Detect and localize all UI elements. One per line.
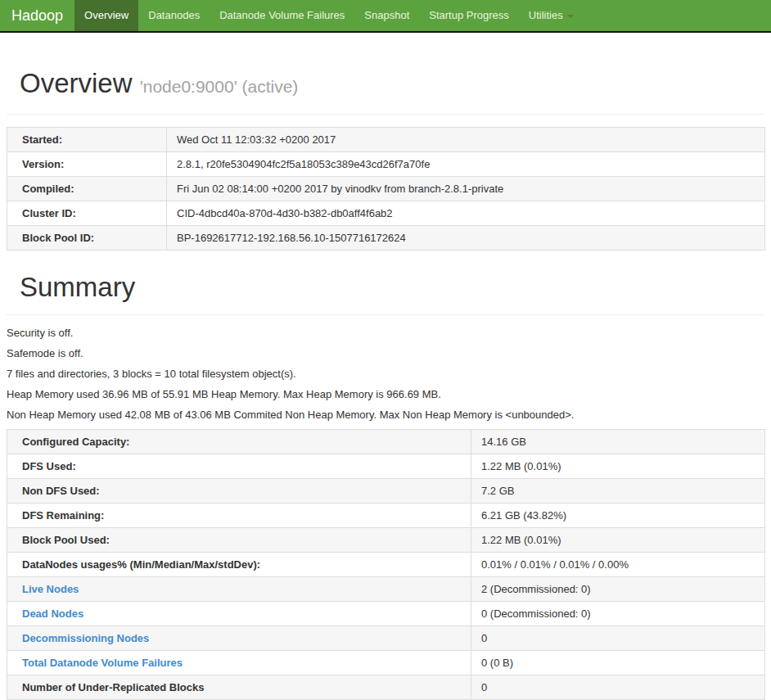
row-value: 0 (Decommissioned: 0) xyxy=(471,602,765,626)
summary-line: Non Heap Memory used 42.08 MB of 43.06 M… xyxy=(7,409,764,421)
summary-line: Security is off. xyxy=(7,327,764,339)
main-content: Overview 'node0:9000' (active) Started:W… xyxy=(7,70,764,700)
table-row: Total Datanode Volume Failures0 (0 B) xyxy=(7,651,765,675)
live-nodes-link[interactable]: Live Nodes xyxy=(22,583,79,595)
table-row: Dead Nodes0 (Decommissioned: 0) xyxy=(7,602,765,626)
summary-header: Summary xyxy=(7,273,764,315)
row-label: DFS Remaining: xyxy=(7,504,471,528)
row-value: 0 (0 B) xyxy=(471,651,765,675)
row-label: Live Nodes xyxy=(7,577,471,602)
table-row: Version:2.8.1, r20fe5304904fc2f5a18053c3… xyxy=(7,152,765,177)
table-row: DFS Used:1.22 MB (0.01%) xyxy=(7,454,765,479)
table-row: Block Pool Used:1.22 MB (0.01%) xyxy=(7,528,765,553)
page-title: Overview 'node0:9000' (active) xyxy=(7,70,764,101)
chevron-down-icon xyxy=(567,15,574,18)
navbar-menu: OverviewDatanodesDatanode Volume Failure… xyxy=(74,0,584,31)
table-row: Started:Wed Oct 11 12:03:32 +0200 2017 xyxy=(7,128,765,152)
table-row: Cluster ID:CID-4dbcd40a-870d-4d30-b382-d… xyxy=(7,201,765,226)
nav-item-startup-progress[interactable]: Startup Progress xyxy=(419,0,519,31)
table-row: Block Pool ID:BP-1692617712-192.168.56.1… xyxy=(7,226,765,251)
total-datanode-volume-failures-link[interactable]: Total Datanode Volume Failures xyxy=(22,657,183,669)
row-label: DataNodes usages% (Min/Median/Max/stdDev… xyxy=(7,553,471,577)
page-title-text: Overview xyxy=(20,68,133,98)
row-value: 0 xyxy=(471,675,765,700)
nav-link-overview[interactable]: Overview xyxy=(74,0,138,31)
summary-line: 7 files and directories, 3 blocks = 10 t… xyxy=(7,368,764,380)
row-value: 1.22 MB (0.01%) xyxy=(471,454,765,479)
row-label: Version: xyxy=(7,152,167,177)
row-value: 2 (Decommissioned: 0) xyxy=(471,577,765,602)
table-row: Live Nodes2 (Decommissioned: 0) xyxy=(7,577,765,602)
nav-item-utilities[interactable]: Utilities xyxy=(519,0,584,31)
cluster-info-table: Started:Wed Oct 11 12:03:32 +0200 2017Ve… xyxy=(7,127,765,251)
nav-link-snapshot[interactable]: Snapshot xyxy=(354,0,419,31)
row-value: CID-4dbcd40a-870d-4d30-b382-db0aff4f6ab2 xyxy=(167,201,765,226)
summary-line: Safemode is off. xyxy=(7,347,764,359)
row-label: Started: xyxy=(7,128,167,152)
table-row: Decommissioning Nodes0 xyxy=(7,626,765,651)
row-value: Fri Jun 02 08:14:00 +0200 2017 by vinodk… xyxy=(167,177,765,201)
row-label: Total Datanode Volume Failures xyxy=(7,651,471,675)
row-value: 2.8.1, r20fe5304904fc2f5a18053c389e43cd2… xyxy=(167,152,765,177)
row-value: Wed Oct 11 12:03:32 +0200 2017 xyxy=(167,128,765,152)
nav-item-overview[interactable]: Overview xyxy=(74,0,138,31)
row-label: Block Pool Used: xyxy=(7,528,471,553)
nav-link-datanodes[interactable]: Datanodes xyxy=(138,0,210,31)
summary-stats-table: Configured Capacity:14.16 GBDFS Used:1.2… xyxy=(7,429,765,700)
nav-item-datanode-volume-failures[interactable]: Datanode Volume Failures xyxy=(210,0,354,31)
navbar-brand[interactable]: Hadoop xyxy=(0,0,74,31)
row-label: Block Pool ID: xyxy=(7,226,167,251)
table-row: Non DFS Used:7.2 GB xyxy=(7,479,765,504)
row-label: DFS Used: xyxy=(7,454,471,479)
row-value: 1.22 MB (0.01%) xyxy=(471,528,765,553)
table-row: DataNodes usages% (Min/Median/Max/stdDev… xyxy=(7,553,765,577)
row-label: Cluster ID: xyxy=(7,201,167,226)
table-row: DFS Remaining:6.21 GB (43.82%) xyxy=(7,504,765,528)
dead-nodes-link[interactable]: Dead Nodes xyxy=(22,607,83,620)
row-value: 7.2 GB xyxy=(471,479,765,504)
row-label: Compiled: xyxy=(7,177,167,201)
row-label: Dead Nodes xyxy=(7,602,471,626)
row-label: Non DFS Used: xyxy=(7,479,471,504)
table-row: Number of Under-Replicated Blocks0 xyxy=(7,675,765,700)
overview-header: Overview 'node0:9000' (active) xyxy=(7,70,764,115)
summary-line: Heap Memory used 36.96 MB of 55.91 MB He… xyxy=(7,388,764,400)
page-subtitle: 'node0:9000' (active) xyxy=(140,77,299,96)
table-row: Configured Capacity:14.16 GB xyxy=(7,430,765,454)
row-value: 14.16 GB xyxy=(471,430,765,454)
summary-title: Summary xyxy=(7,273,764,301)
nav-link-startup-progress[interactable]: Startup Progress xyxy=(419,0,519,31)
row-label: Decommissioning Nodes xyxy=(7,626,471,651)
top-navbar: Hadoop OverviewDatanodesDatanode Volume … xyxy=(0,0,771,33)
table-row: Compiled:Fri Jun 02 08:14:00 +0200 2017 … xyxy=(7,177,765,201)
row-label: Number of Under-Replicated Blocks xyxy=(7,675,471,700)
row-value: 6.21 GB (43.82%) xyxy=(471,504,765,528)
nav-item-snapshot[interactable]: Snapshot xyxy=(354,0,419,31)
nav-link-datanode-volume-failures[interactable]: Datanode Volume Failures xyxy=(210,0,354,31)
row-label: Configured Capacity: xyxy=(7,430,471,454)
row-value: 0 xyxy=(471,626,765,651)
decommissioning-nodes-link[interactable]: Decommissioning Nodes xyxy=(22,632,149,644)
nav-link-utilities[interactable]: Utilities xyxy=(519,0,584,31)
nav-item-datanodes[interactable]: Datanodes xyxy=(138,0,210,31)
row-value: 0.01% / 0.01% / 0.01% / 0.00% xyxy=(471,553,765,577)
row-value: BP-1692617712-192.168.56.10-150771617262… xyxy=(167,226,765,251)
summary-paragraphs: Security is off.Safemode is off.7 files … xyxy=(7,327,764,421)
